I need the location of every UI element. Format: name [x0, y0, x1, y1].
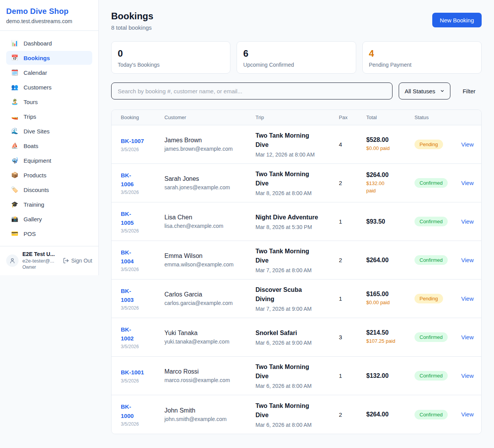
status-filter-select[interactable]: All Statuses — [399, 83, 450, 99]
trip-name: Night Dive Adventure — [255, 213, 334, 222]
trip-cell: Two Tank Morning Dive Mar 8, 2026 at 8:0… — [255, 170, 339, 196]
sidebar-item-label: Boats — [24, 143, 38, 149]
trip-datetime: Mar 12, 2026 at 8:00 AM — [255, 152, 334, 158]
view-link[interactable]: View — [461, 411, 474, 418]
booking-date: 3/5/2026 — [121, 378, 160, 384]
page-title: Bookings — [111, 11, 153, 22]
view-link[interactable]: View — [461, 334, 474, 340]
view-link[interactable]: View — [461, 295, 474, 302]
nav-icon: 🗓️ — [11, 69, 19, 76]
booking-id-link[interactable]: BK-1007 — [121, 136, 160, 145]
sidebar-item-label: Gallery — [24, 216, 42, 222]
trip-cell: Discover Scuba Diving Mar 7, 2026 at 9:0… — [255, 285, 339, 312]
trip-name: Two Tank Morning Dive — [255, 247, 334, 265]
total-amount: $264.00 — [366, 257, 410, 264]
filter-row: All Statuses Filter — [111, 83, 482, 99]
sidebar-item-label: Dive Sites — [24, 128, 50, 135]
table-row: BK- 1006 3/5/2026 Sarah Jones sarah.jone… — [112, 164, 481, 202]
column-header-pax: Pax — [339, 115, 366, 120]
table-row: BK- 1003 3/5/2026 Carlos Garcia carlos.g… — [112, 280, 481, 318]
customer-name: Lisa Chen — [164, 214, 251, 221]
sidebar-item-tours[interactable]: 🏝️ Tours — [6, 95, 92, 109]
nav-icon: 🏷️ — [11, 186, 19, 193]
sidebar-item-discounts[interactable]: 🏷️ Discounts — [6, 183, 92, 197]
view-link[interactable]: View — [461, 218, 474, 225]
column-header-status: Status — [414, 115, 461, 120]
search-input[interactable] — [111, 83, 392, 99]
view-link[interactable]: View — [461, 257, 474, 263]
new-booking-button[interactable]: New Booking — [432, 13, 482, 27]
booking-id-link[interactable]: BK- 1005 — [121, 209, 160, 227]
status-cell: Confirmed — [414, 410, 461, 419]
stats-cards: 0 Today's Bookings 6 Upcoming Confirmed … — [111, 41, 482, 74]
sidebar-item-products[interactable]: 📦 Products — [6, 168, 92, 182]
sidebar-item-label: POS — [24, 231, 36, 237]
booking-date: 3/5/2026 — [121, 228, 160, 234]
status-cell: Pending — [414, 294, 461, 303]
trip-name: Discover Scuba Diving — [255, 285, 334, 304]
status-badge: Confirmed — [414, 410, 448, 419]
nav-icon: 📦 — [11, 172, 19, 179]
nav-icon: 🚤 — [11, 113, 19, 120]
booking-id-link[interactable]: BK-1001 — [121, 368, 160, 377]
status-cell: Confirmed — [414, 217, 461, 226]
user-name: E2E Test U... — [22, 251, 55, 257]
view-link[interactable]: View — [461, 372, 474, 379]
sidebar-item-training[interactable]: 🎓 Training — [6, 197, 92, 211]
trip-name: Two Tank Morning Dive — [255, 401, 334, 420]
view-link[interactable]: View — [461, 141, 474, 148]
sidebar-item-bookings[interactable]: 📅 Bookings — [6, 51, 92, 65]
trip-datetime: Mar 6, 2026 at 9:00 AM — [255, 340, 334, 346]
sidebar: Demo Dive Shop demo.test.divestreams.com… — [0, 0, 99, 275]
sidebar-item-label: Trips — [24, 113, 36, 120]
booking-id-link[interactable]: BK- 1002 — [121, 325, 160, 343]
trip-cell: Two Tank Morning Dive Mar 6, 2026 at 8:0… — [255, 401, 339, 428]
nav-icon: 📊 — [11, 40, 19, 47]
paid-amount: $132.00 paid — [366, 180, 410, 195]
user-email: e2e-tester@... — [22, 258, 55, 264]
total-amount: $214.50 — [366, 329, 410, 336]
trip-cell: Two Tank Morning Dive Mar 6, 2026 at 8:0… — [255, 362, 339, 389]
stat-value: 0 — [118, 48, 224, 59]
trip-cell: Snorkel Safari Mar 6, 2026 at 9:00 AM — [255, 328, 339, 346]
booking-date: 3/5/2026 — [121, 344, 160, 349]
stat-value: 6 — [243, 48, 349, 59]
sidebar-user-footer: E2E Test U... e2e-tester@... Owner Sign … — [0, 246, 98, 275]
customer-cell: Yuki Tanaka yuki.tanaka@example.com — [164, 330, 255, 345]
trip-datetime: Mar 7, 2026 at 8:00 AM — [255, 267, 334, 273]
booking-cell: BK- 1003 3/5/2026 — [121, 286, 164, 311]
sidebar-item-dashboard[interactable]: 📊 Dashboard — [6, 36, 92, 50]
pax-count: 1 — [339, 295, 366, 302]
stat-card-upcoming-confirmed: 6 Upcoming Confirmed — [237, 41, 356, 74]
booking-id-link[interactable]: BK- 1000 — [121, 402, 160, 420]
total-amount: $93.50 — [366, 218, 410, 225]
sidebar-item-dive-sites[interactable]: 🌊 Dive Sites — [6, 124, 92, 138]
status-badge: Confirmed — [414, 332, 448, 342]
view-link[interactable]: View — [461, 180, 474, 186]
sidebar-item-calendar[interactable]: 🗓️ Calendar — [6, 66, 92, 79]
sidebar-item-boats[interactable]: ⛵ Boats — [6, 139, 92, 153]
table-row: BK- 1005 3/5/2026 Lisa Chen lisa.chen@ex… — [112, 202, 481, 241]
total-amount: $264.00 — [366, 411, 410, 418]
total-amount: $132.00 — [366, 372, 410, 379]
column-header-trip: Trip — [255, 115, 339, 120]
booking-id-link[interactable]: BK- 1004 — [121, 248, 160, 266]
sign-out-button[interactable]: Sign Out — [63, 258, 92, 264]
booking-id-link[interactable]: BK- 1003 — [121, 286, 160, 305]
customer-name: Sarah Jones — [164, 175, 251, 182]
sidebar-item-customers[interactable]: 👥 Customers — [6, 80, 92, 94]
chevron-down-icon — [440, 89, 445, 93]
customer-email: james.brown@example.com — [164, 146, 251, 152]
main-content: Bookings 8 total bookings New Booking 0 … — [99, 0, 494, 446]
sidebar-item-equipment[interactable]: 🤿 Equipment — [6, 153, 92, 167]
sidebar-item-trips[interactable]: 🚤 Trips — [6, 109, 92, 123]
status-badge: Confirmed — [414, 255, 448, 265]
sidebar-item-gallery[interactable]: 📸 Gallery — [6, 212, 92, 226]
customer-name: James Brown — [164, 137, 251, 144]
booking-id-link[interactable]: BK- 1006 — [121, 171, 160, 189]
filter-button[interactable]: Filter — [457, 88, 482, 94]
sidebar-item-pos[interactable]: 💳 POS — [6, 227, 92, 241]
booking-cell: BK-1007 3/5/2026 — [121, 136, 164, 152]
customer-cell: Marco Rossi marco.rossi@example.com — [164, 368, 255, 383]
trip-datetime: Mar 6, 2026 at 8:00 AM — [255, 422, 334, 428]
